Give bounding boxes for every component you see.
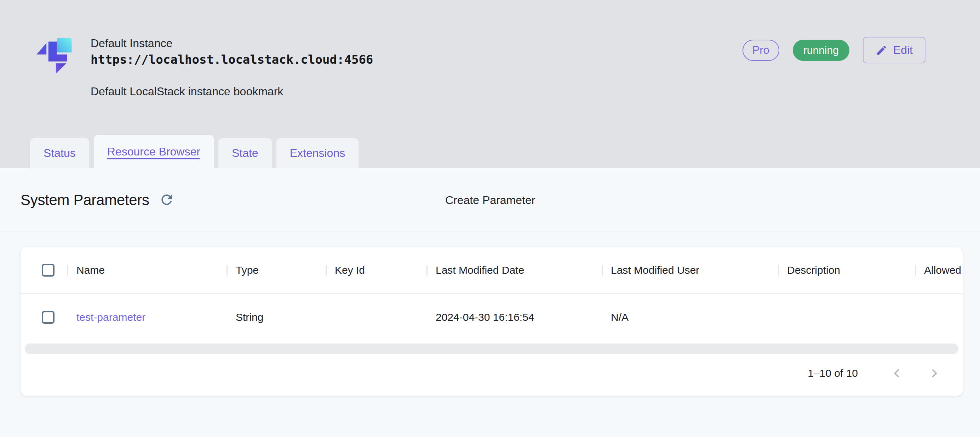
edit-button[interactable]: Edit bbox=[863, 37, 926, 64]
parameter-name-link[interactable]: test-parameter bbox=[76, 311, 145, 323]
instance-url: https://localhost.localstack.cloud:4566 bbox=[91, 51, 373, 68]
tab-status[interactable]: Status bbox=[30, 138, 89, 168]
create-parameter-button[interactable]: Create Parameter bbox=[445, 193, 535, 206]
instance-subtitle: Default LocalStack instance bookmark bbox=[91, 84, 373, 99]
cell-type: String bbox=[226, 311, 326, 323]
page-title: System Parameters bbox=[21, 191, 150, 209]
edit-button-label: Edit bbox=[893, 43, 913, 57]
chevron-right-icon bbox=[926, 365, 943, 382]
instance-title: Default Instance bbox=[91, 35, 373, 51]
refresh-icon bbox=[159, 192, 175, 207]
tab-extensions[interactable]: Extensions bbox=[277, 138, 359, 168]
row-checkbox-cell bbox=[21, 311, 67, 324]
instance-header: Default Instance https://localhost.local… bbox=[0, 0, 980, 168]
select-all-checkbox[interactable] bbox=[42, 264, 54, 277]
column-header-last-modified-user[interactable]: Last Modified User bbox=[602, 264, 778, 276]
instance-info: Default Instance https://localhost.local… bbox=[91, 35, 373, 99]
pencil-icon bbox=[876, 44, 888, 56]
horizontal-scrollbar[interactable] bbox=[25, 343, 958, 354]
running-status-badge: running bbox=[793, 40, 850, 61]
cell-last-modified-user: N/A bbox=[602, 311, 778, 323]
column-header-key-id[interactable]: Key Id bbox=[326, 264, 426, 276]
resource-toolbar: System Parameters Create Parameter Actio… bbox=[0, 168, 980, 232]
tab-resource-browser[interactable]: Resource Browser bbox=[94, 135, 214, 168]
table-row: test-parameter String 2024-04-30 16:16:5… bbox=[21, 294, 963, 341]
pagination: 1–10 of 10 bbox=[21, 354, 963, 392]
parameters-table-card: Name Type Key Id Last Modified Date Last… bbox=[21, 247, 963, 396]
next-page-button[interactable] bbox=[926, 365, 943, 382]
column-header-last-modified-date[interactable]: Last Modified Date bbox=[426, 264, 602, 276]
pagination-range-label: 1–10 of 10 bbox=[808, 367, 858, 379]
previous-page-button[interactable] bbox=[888, 365, 905, 382]
localstack-logo-icon bbox=[33, 31, 82, 81]
column-header-allowed[interactable]: Allowed bbox=[915, 264, 963, 276]
row-checkbox[interactable] bbox=[42, 311, 54, 324]
pro-badge: Pro bbox=[743, 40, 780, 61]
tab-state[interactable]: State bbox=[218, 138, 272, 168]
chevron-left-icon bbox=[888, 365, 905, 382]
column-header-type[interactable]: Type bbox=[226, 264, 326, 276]
table-header-row: Name Type Key Id Last Modified Date Last… bbox=[21, 247, 963, 294]
header-checkbox-cell bbox=[21, 264, 67, 277]
header-badges: Pro running Edit bbox=[743, 37, 926, 64]
cell-last-modified-date: 2024-04-30 16:16:54 bbox=[426, 311, 602, 323]
tab-bar: Status Resource Browser State Extensions bbox=[30, 135, 358, 168]
column-header-description[interactable]: Description bbox=[778, 264, 915, 276]
refresh-button[interactable] bbox=[159, 192, 175, 208]
column-header-name[interactable]: Name bbox=[67, 264, 226, 276]
